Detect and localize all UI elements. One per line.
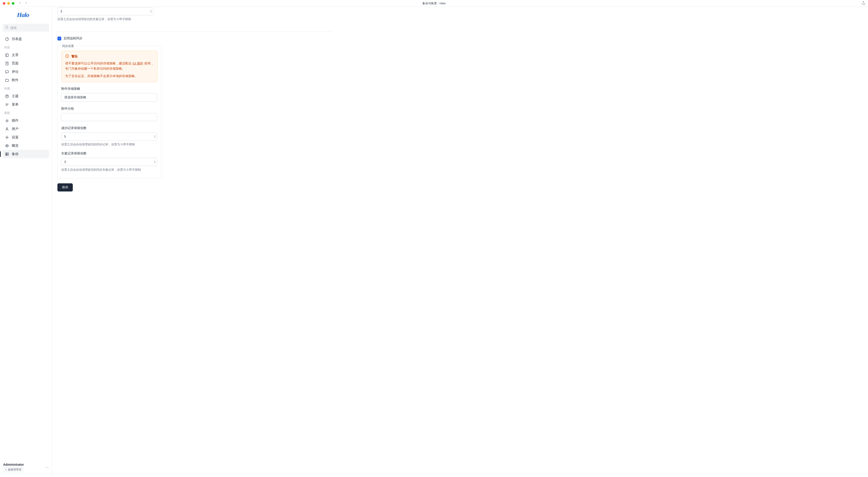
sidebar-item-label: 评论	[12, 70, 19, 74]
svg-rect-5	[6, 54, 8, 57]
fail-keep-label: 失败记录保留份数	[61, 151, 158, 155]
svg-point-21	[6, 128, 8, 129]
list-icon	[5, 102, 9, 107]
top-fail-keep-helper: 设置之后会自动清理较旧的失败记录，设置为 0 即不限制	[57, 17, 161, 21]
comment-icon	[5, 70, 9, 74]
warning-alert: 警告 请不要选择可以公开访问的存储策略，建议配合 S3 插件 使用，专门为备份创…	[61, 51, 158, 82]
share-icon[interactable]	[862, 1, 865, 5]
logo[interactable]: Halo	[0, 9, 52, 24]
sidebar-item-plugins[interactable]: 插件	[3, 116, 49, 125]
user-icon	[5, 127, 9, 131]
search-input[interactable]	[10, 26, 50, 30]
number-spinner[interactable]: ▲▼	[154, 160, 156, 163]
sidebar-item-comments[interactable]: 评论	[3, 68, 49, 76]
group-label: 附件分组	[61, 107, 158, 111]
fail-keep-helper: 设置之后会自动清理较旧的同步失败记录，设置为 0 即不限制	[61, 168, 158, 172]
nav-arrows	[19, 1, 28, 5]
traffic-lights	[3, 2, 14, 5]
storage-policy-label: 附件存储策略	[61, 87, 158, 91]
sidebar-item-settings[interactable]: 设置	[3, 133, 49, 142]
sidebar-item-label: 页面	[12, 61, 19, 65]
svg-point-23	[6, 145, 8, 146]
number-spinner[interactable]: ▲▼	[150, 10, 152, 13]
sidebar-item-label: 仪表盘	[12, 37, 22, 41]
plug-icon	[5, 119, 9, 123]
close-window-button[interactable]	[3, 2, 5, 5]
sidebar-item-label: 用户	[12, 127, 19, 131]
svg-point-12	[6, 96, 7, 96]
folder-icon	[5, 78, 9, 82]
success-keep-helper: 设置之后会自动清理较旧的同步记录，设置为 0 即不限制	[61, 142, 158, 147]
book-icon	[5, 53, 9, 57]
nav-heading-system: 系统	[3, 109, 49, 116]
sidebar-item-label: 插件	[12, 118, 19, 123]
sidebar-item-articles[interactable]: 文章	[3, 51, 49, 59]
window-title: 备份与恢复 - Halo	[422, 1, 445, 5]
svg-point-13	[7, 96, 8, 96]
sidebar-item-label: 概览	[12, 144, 19, 148]
svg-point-31	[67, 57, 67, 57]
sidebar-item-users[interactable]: 用户	[3, 125, 49, 133]
alert-text-2: 为了安全起见，存储策略不会显示本地的存储策略。	[65, 74, 154, 79]
sidebar-item-label: 备份	[12, 152, 19, 156]
footer-more-button[interactable]: ···	[45, 465, 49, 470]
nav-forward-button[interactable]	[24, 1, 28, 5]
footer-username: Administrator	[3, 463, 24, 466]
svg-text:Halo: Halo	[17, 11, 29, 18]
s3-plugin-link[interactable]: S3 插件	[132, 62, 143, 65]
svg-point-2	[5, 26, 8, 28]
fail-keep-input[interactable]	[61, 158, 157, 166]
nav-heading-appearance: 外观	[3, 84, 49, 92]
sidebar-item-menus[interactable]: 菜单	[3, 100, 49, 109]
svg-point-26	[6, 153, 6, 153]
server-icon	[5, 152, 9, 156]
success-keep-label: 成功记录保留份数	[61, 126, 158, 130]
storage-policy-select[interactable]: 请选择存储策略	[61, 93, 157, 102]
sidebar-item-label: 设置	[12, 135, 19, 140]
palette-icon	[5, 94, 9, 98]
footer-role-badge: 超级管理员	[3, 467, 23, 472]
sidebar-item-label: 附件	[12, 78, 19, 82]
sidebar-item-pages[interactable]: 页面	[3, 59, 49, 68]
top-fail-keep-input[interactable]	[57, 7, 153, 16]
titlebar: 备份与恢复 - Halo	[0, 0, 868, 7]
warning-icon	[65, 54, 69, 59]
fieldset-legend: 同步设置	[61, 44, 75, 48]
remote-sync-label: 启用远程同步	[64, 36, 83, 40]
page-icon	[5, 61, 9, 65]
search-icon	[5, 26, 8, 30]
remote-sync-checkbox-row[interactable]: ✓ 启用远程同步	[57, 36, 333, 40]
sidebar-item-label: 菜单	[12, 102, 19, 107]
sidebar-item-dashboard[interactable]: 仪表盘	[3, 35, 49, 43]
group-input[interactable]	[61, 113, 157, 121]
search-box[interactable]: ⌘+K	[3, 24, 49, 32]
svg-point-11	[5, 95, 8, 98]
nav-back-button[interactable]	[19, 1, 22, 5]
number-spinner[interactable]: ▲▼	[154, 135, 156, 138]
alert-text-1: 请不要选择可以公开访问的存储策略，建议配合 S3 插件 使用，专门为备份创建一个…	[65, 61, 154, 71]
maximize-window-button[interactable]	[12, 2, 14, 5]
save-button[interactable]: 保存	[57, 183, 73, 191]
sidebar-item-label: 主题	[12, 94, 19, 98]
sidebar-item-attachments[interactable]: 附件	[3, 76, 49, 84]
sidebar-item-overview[interactable]: 概览	[3, 142, 49, 150]
svg-point-28	[6, 469, 6, 470]
nav-heading-content: 内容	[3, 43, 49, 51]
svg-line-3	[7, 28, 8, 29]
gauge-icon	[5, 37, 9, 41]
svg-point-22	[6, 137, 8, 138]
svg-point-27	[6, 155, 6, 155]
sidebar-footer: Administrator 超级管理员 ···	[0, 460, 52, 474]
alert-title: 警告	[71, 55, 78, 59]
sidebar: Halo ⌘+K 仪表盘 内容	[0, 7, 52, 477]
checkbox-checked-icon[interactable]: ✓	[57, 37, 61, 40]
svg-rect-10	[5, 70, 8, 72]
sidebar-item-backup[interactable]: 备份	[3, 150, 49, 158]
divider	[57, 32, 333, 32]
eye-icon	[5, 144, 9, 148]
minimize-window-button[interactable]	[7, 2, 10, 5]
success-keep-input[interactable]	[61, 132, 157, 141]
sidebar-item-themes[interactable]: 主题	[3, 92, 49, 100]
svg-rect-17	[6, 120, 8, 121]
sync-settings-fieldset: 同步设置 警告 请不要选择可以公开访问的存储策略，建议配合 S3 插件 使用，专…	[57, 46, 161, 178]
